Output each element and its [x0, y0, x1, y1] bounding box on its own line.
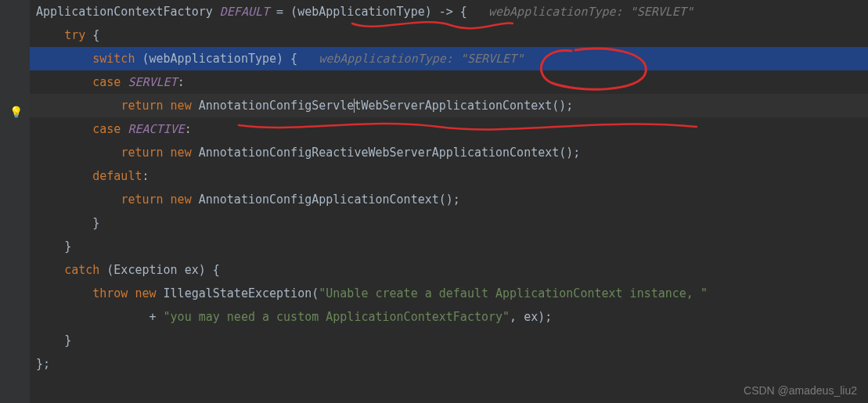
token: : [142, 169, 149, 183]
token: webApplicationType [297, 5, 425, 19]
token: } [64, 333, 71, 347]
token: = ( [269, 5, 297, 19]
token: default [92, 169, 142, 183]
watermark: CSDN @amadeus_liu2 [744, 384, 857, 397]
token: "you may need a custom ApplicationContex… [164, 310, 510, 324]
token: case [92, 75, 128, 89]
token: AnnotationConfigServle [199, 99, 355, 113]
token: tWebServerApplicationContext [354, 99, 552, 113]
token: { [85, 28, 99, 42]
token: DEFAULT [220, 5, 269, 19]
token: }; [36, 357, 50, 371]
token: case [92, 122, 128, 136]
token: } [92, 216, 99, 230]
token: ) -> { [425, 5, 467, 19]
token: IllegalStateException [164, 286, 312, 300]
code-line[interactable]: default: [30, 164, 868, 188]
code-line-highlight[interactable]: return new AnnotationConfigServletWebSer… [30, 94, 868, 117]
token: ( [312, 286, 319, 300]
token: switch [92, 52, 135, 66]
code-line[interactable]: + "you may need a custom ApplicationCont… [30, 305, 868, 329]
code-line[interactable]: try { [30, 23, 868, 47]
code-line[interactable]: return new AnnotationConfigReactiveWebSe… [30, 141, 868, 164]
token: AnnotationConfigApplicationContext [199, 193, 439, 207]
code-line[interactable]: case REACTIVE: [30, 117, 868, 141]
code-line[interactable]: ApplicationContextFactory DEFAULT = (web… [30, 0, 868, 23]
token: return new [121, 146, 198, 160]
token: return new [121, 193, 198, 207]
token: return new [121, 99, 198, 113]
inlay-hint: webApplicationType: "SERVLET" [488, 5, 693, 19]
token: "Unable create a default ApplicationCont… [319, 286, 708, 300]
code-line[interactable]: } [30, 329, 868, 352]
code-line[interactable]: case SERVLET: [30, 70, 868, 94]
token: (); [439, 193, 460, 207]
code-line[interactable]: } [30, 235, 868, 258]
token: REACTIVE [128, 122, 184, 136]
code-line[interactable]: catch (Exception ex) { [30, 258, 868, 282]
token: (Exception ex) { [99, 263, 220, 277]
token: } [64, 239, 71, 254]
inlay-hint: webApplicationType: "SERVLET" [319, 52, 524, 66]
code-line[interactable]: }; [30, 352, 868, 376]
code-editor[interactable]: 💡 ApplicationContextFactory DEFAULT = (w… [0, 0, 868, 403]
code-line-selected[interactable]: switch (webApplicationType) { webApplica… [30, 47, 868, 70]
code-line[interactable]: } [30, 211, 868, 235]
token: : [178, 75, 185, 89]
gutter: 💡 [0, 0, 30, 403]
token: (); [552, 99, 573, 113]
token: SERVLET [128, 75, 177, 89]
token: (webApplicationType) { [135, 52, 297, 66]
code-line[interactable]: throw new IllegalStateException("Unable … [30, 282, 868, 305]
token: throw new [92, 286, 163, 300]
token: catch [64, 263, 99, 277]
token: try [64, 28, 85, 42]
code-lines: ApplicationContextFactory DEFAULT = (web… [30, 0, 868, 376]
code-line[interactable]: return new AnnotationConfigApplicationCo… [30, 188, 868, 211]
token: AnnotationConfigReactiveWebServerApplica… [199, 146, 560, 160]
token: : [185, 122, 192, 136]
intention-bulb-icon[interactable]: 💡 [9, 106, 23, 118]
token: + [149, 310, 164, 324]
token: (); [559, 146, 580, 160]
token: ApplicationContextFactory [36, 5, 220, 19]
token: , ex); [510, 310, 552, 324]
